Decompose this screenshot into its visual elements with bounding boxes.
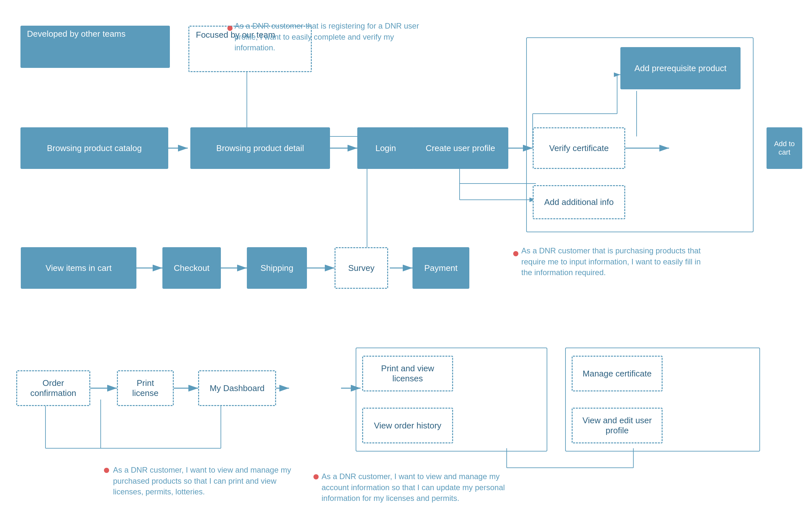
- login-node: Login: [357, 127, 414, 169]
- payment-node: Payment: [412, 247, 469, 289]
- annotation2-dot: [513, 251, 519, 256]
- survey-label: Survey: [348, 263, 374, 273]
- manage-certificate-node: Manage certificate: [572, 356, 663, 392]
- legend-solid: Developed by other teams: [20, 26, 170, 68]
- shipping-node: Shipping: [247, 247, 307, 289]
- print-license-label: Print license: [123, 378, 168, 398]
- login-label: Login: [375, 143, 396, 153]
- annotation4-content: As a DNR customer, I want to view and ma…: [322, 472, 505, 503]
- annotation4-text: As a DNR customer, I want to view and ma…: [322, 471, 510, 504]
- annotation2-content: As a DNR customer that is purchasing pro…: [521, 246, 701, 277]
- print-view-licenses-node: Print and view licenses: [362, 356, 453, 392]
- order-confirmation-node: Order confirmation: [16, 370, 90, 406]
- annotation1-dot: [227, 26, 232, 31]
- order-confirmation-label: Order confirmation: [22, 378, 84, 398]
- create-user-profile-label: Create user profile: [426, 143, 495, 153]
- browsing-detail-node: Browsing product detail: [190, 127, 330, 169]
- view-order-history-label: View order history: [374, 421, 441, 431]
- manage-certificate-label: Manage certificate: [583, 369, 652, 379]
- payment-label: Payment: [424, 263, 458, 273]
- browsing-catalog-label: Browsing product catalog: [47, 143, 142, 153]
- shipping-label: Shipping: [261, 263, 293, 273]
- view-edit-profile-label: View and edit user profile: [578, 416, 656, 436]
- annotation3-text: As a DNR customer, I want to view and ma…: [113, 464, 295, 497]
- view-items-cart-label: View items in cart: [45, 263, 111, 273]
- annotation1-content: As a DNR customer that is registering fo…: [235, 21, 419, 52]
- my-dashboard-node: My Dashboard: [198, 370, 276, 406]
- annotation3-dot: [104, 468, 109, 473]
- my-dashboard-label: My Dashboard: [209, 383, 264, 394]
- view-order-history-node: View order history: [362, 408, 453, 443]
- annotation2-text: As a DNR customer that is purchasing pro…: [521, 245, 710, 278]
- view-edit-profile-node: View and edit user profile: [572, 408, 663, 443]
- survey-node: Survey: [334, 247, 388, 289]
- group-box-top: [526, 37, 753, 232]
- checkout-label: Checkout: [174, 263, 209, 273]
- browsing-detail-label: Browsing product detail: [216, 143, 304, 153]
- print-license-node: Print license: [117, 370, 174, 406]
- create-user-profile-node: Create user profile: [412, 127, 508, 169]
- add-to-cart-node: Add to cart: [767, 127, 802, 169]
- checkout-node: Checkout: [162, 247, 221, 289]
- print-view-licenses-label: Print and view licenses: [368, 363, 447, 384]
- add-to-cart-label: Add to cart: [772, 140, 797, 157]
- annotation1-text: As a DNR customer that is registering fo…: [235, 20, 423, 53]
- annotation3-content: As a DNR customer, I want to view and ma…: [113, 465, 291, 496]
- legend-solid-label: Developed by other teams: [27, 29, 126, 39]
- browsing-catalog-node: Browsing product catalog: [20, 127, 168, 169]
- annotation4-dot: [313, 474, 319, 479]
- view-items-cart-node: View items in cart: [21, 247, 137, 289]
